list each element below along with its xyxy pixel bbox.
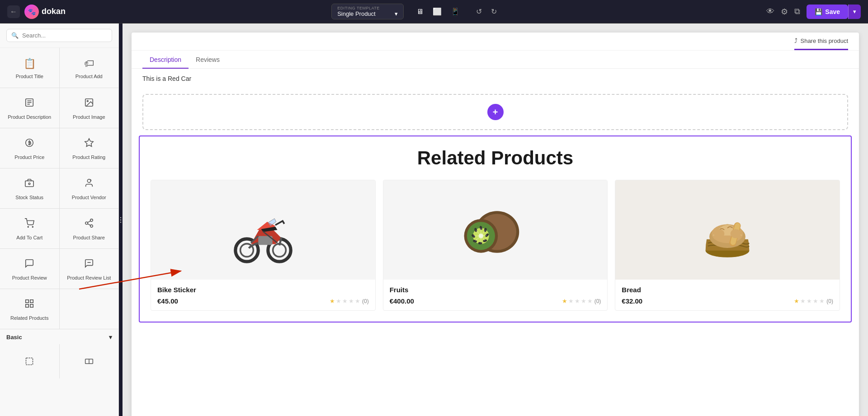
back-icon: ←: [10, 8, 17, 16]
star-5: ★: [587, 298, 593, 304]
sidebar-item-product-description[interactable]: Product Description: [0, 88, 59, 128]
product-card-fruits[interactable]: Fruits €400.00 ★ ★ ★ ★ ★ (0): [383, 180, 608, 311]
sidebar-item-label: Product Review List: [67, 275, 111, 281]
chevron-down-icon: ▾: [395, 10, 398, 17]
share-link[interactable]: ⤴ Share this product: [794, 37, 848, 50]
save-button[interactable]: 💾 Save: [807, 5, 848, 19]
product-description-icon: [24, 98, 34, 110]
product-share-icon: [84, 218, 94, 231]
product-card-bike[interactable]: Bike Sticker €45.00 ★ ★ ★ ★ ★ (0): [151, 180, 376, 311]
undo-redo-controls: ↺ ↻: [472, 5, 500, 18]
header-right: 👁 ⚙ ⧉ 💾 Save ▾: [766, 5, 861, 19]
related-products-title: Related Products: [151, 147, 840, 169]
product-name-fruits: Fruits: [390, 286, 601, 294]
desktop-device-btn[interactable]: 🖥: [413, 5, 427, 18]
basic-section-header[interactable]: Basic ▾: [0, 329, 118, 344]
back-button[interactable]: ←: [7, 5, 20, 18]
sidebar-item-add-to-cart[interactable]: Add To Cart: [0, 209, 59, 248]
product-price-fruits: €400.00: [390, 297, 414, 305]
product-image-icon: [84, 98, 94, 110]
sidebar-item-label: Stock Status: [15, 194, 43, 201]
review-count-fruits: (0): [594, 298, 601, 304]
canvas-area[interactable]: ⤴ Share this product Description Reviews…: [123, 23, 868, 416]
review-count-bread: (0): [826, 298, 833, 304]
svg-point-11: [28, 226, 29, 227]
sidebar-item-product-title[interactable]: 📋 Product Title: [0, 48, 59, 88]
sidebar-item-product-price[interactable]: Product Price: [0, 128, 59, 168]
product-name-bread: Bread: [622, 286, 833, 294]
settings-button[interactable]: ⚙: [781, 7, 788, 17]
svg-line-16: [88, 224, 90, 225]
save-label: Save: [825, 8, 840, 15]
svg-point-43: [478, 242, 482, 244]
sidebar-item-label: Product Vendor: [72, 194, 106, 201]
sidebar-item-product-add[interactable]: 🏷 Product Add: [60, 48, 119, 88]
product-price-bread: €32.00: [622, 297, 642, 305]
tablet-device-btn[interactable]: ⬜: [429, 5, 445, 18]
product-review-list-icon: [84, 258, 94, 271]
save-wrapper: 💾 Save ▾: [807, 5, 861, 19]
sidebar-item-related-products[interactable]: Related Products: [0, 289, 59, 329]
svg-point-5: [87, 100, 88, 102]
sidebar-item-label: Add To Cart: [16, 234, 42, 241]
sidebar-item-product-image[interactable]: Product Image: [60, 88, 119, 128]
svg-rect-19: [26, 300, 28, 303]
product-card-bread[interactable]: Bread €32.00 ★ ★ ★ ★ ★ (0): [615, 180, 840, 311]
product-description-text: This is a Red Car: [132, 69, 859, 89]
preview-button[interactable]: 👁: [766, 7, 774, 16]
editing-template-label: EDITING TEMPLATE: [337, 6, 380, 10]
product-name-bike: Bike Sticker: [157, 286, 369, 294]
basic-item-container[interactable]: [60, 344, 119, 379]
basic-item-section[interactable]: [0, 344, 59, 379]
search-icon: 🔍: [11, 32, 19, 39]
tab-reviews-label: Reviews: [196, 56, 220, 63]
save-dropdown-button[interactable]: ▾: [848, 5, 861, 19]
logo: 🐾 dokan: [24, 5, 66, 19]
redo-button[interactable]: ↻: [487, 5, 500, 18]
related-products-section[interactable]: Related Products: [139, 136, 852, 323]
editing-template-selector[interactable]: EDITING TEMPLATE Single Product ▾: [331, 4, 404, 19]
star-1: ★: [562, 298, 567, 304]
sidebar-item-label: Related Products: [10, 315, 48, 321]
undo-button[interactable]: ↺: [472, 5, 486, 18]
description-content: This is a Red Car: [142, 75, 191, 82]
mobile-device-btn[interactable]: 📱: [447, 5, 463, 18]
sidebar-item-product-rating[interactable]: Product Rating: [60, 128, 119, 168]
product-card-footer-fruits: €400.00 ★ ★ ★ ★ ★ (0): [390, 297, 601, 305]
tab-reviews[interactable]: Reviews: [189, 51, 227, 69]
svg-point-26: [120, 217, 121, 218]
basic-widget-grid: [0, 344, 118, 379]
sidebar-item-empty: [60, 289, 119, 329]
search-input[interactable]: [22, 32, 107, 39]
sidebar-item-stock-status[interactable]: Stock Status: [0, 168, 59, 208]
svg-point-9: [28, 183, 30, 185]
product-card-footer-bike: €45.00 ★ ★ ★ ★ ★ (0): [157, 297, 369, 305]
tab-description[interactable]: Description: [142, 51, 189, 69]
sidebar-search: 🔍: [0, 23, 118, 48]
stock-status-icon: [24, 178, 34, 191]
svg-rect-20: [30, 300, 33, 303]
layers-button[interactable]: ⧉: [794, 7, 800, 16]
sidebar: 🔍 📋 Product Title 🏷 Product Add: [0, 23, 119, 416]
related-products-icon: [24, 299, 34, 311]
share-icon: ⤴: [794, 37, 797, 44]
sidebar-item-product-share[interactable]: Product Share: [60, 209, 119, 248]
star-5: ★: [355, 298, 360, 304]
main-layout: 🔍 📋 Product Title 🏷 Product Add: [0, 23, 868, 416]
sidebar-item-product-vendor[interactable]: Product Vendor: [60, 168, 119, 208]
star-3: ★: [575, 298, 580, 304]
product-tabs: Description Reviews: [132, 51, 859, 69]
plus-icon: +: [493, 107, 498, 117]
products-grid: Bike Sticker €45.00 ★ ★ ★ ★ ★ (0): [151, 180, 840, 311]
svg-point-15: [90, 225, 93, 228]
svg-point-12: [33, 226, 33, 227]
product-review-icon: [24, 258, 34, 271]
star-4: ★: [581, 298, 586, 304]
svg-point-32: [273, 244, 286, 257]
sidebar-item-product-review[interactable]: Product Review: [0, 249, 59, 289]
product-card-body-bike: Bike Sticker €45.00 ★ ★ ★ ★ ★ (0): [151, 280, 375, 310]
star-1: ★: [794, 298, 799, 304]
sidebar-resizer[interactable]: [119, 23, 123, 416]
sidebar-item-product-review-list[interactable]: Product Review List: [60, 249, 119, 289]
add-section-button[interactable]: +: [487, 104, 504, 120]
